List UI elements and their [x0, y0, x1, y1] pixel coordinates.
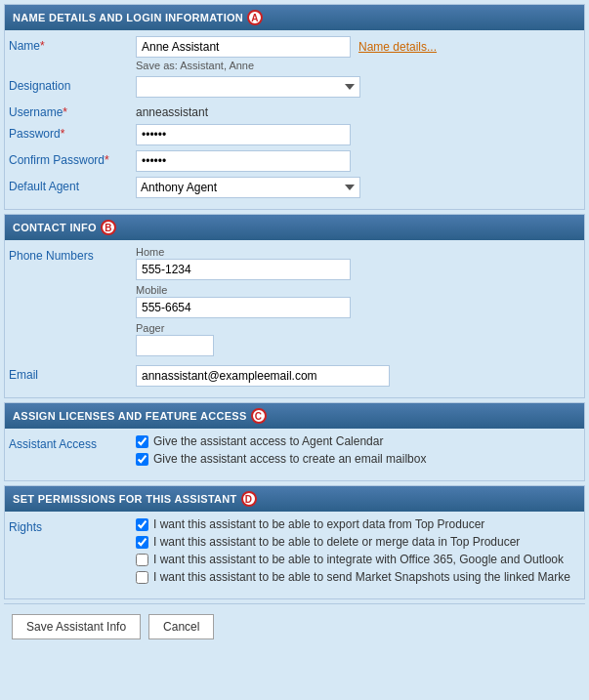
contact-info-header: CONTACT INFO b — [5, 215, 584, 240]
assistant-access-checkboxes: Give the assistant access to Agent Calen… — [136, 434, 580, 470]
right-row-4: I want this assistant to be able to send… — [136, 570, 580, 584]
name-details-link[interactable]: Name details... — [358, 40, 437, 54]
permissions-body: Rights I want this assistant to be able … — [5, 512, 584, 598]
password-label: Password* — [9, 124, 136, 141]
agent-calendar-checkbox[interactable] — [136, 435, 148, 448]
pager-label: Pager — [136, 322, 351, 334]
username-value: anneassistant — [136, 103, 580, 119]
save-as-text: Save as: Assistant, Anne — [136, 60, 580, 71]
rights-label: Rights — [9, 517, 136, 534]
licenses-body: Assistant Access Give the assistant acce… — [5, 429, 584, 480]
designation-label: Designation — [9, 76, 136, 93]
export-data-label: I want this assistant to be able to expo… — [153, 517, 484, 531]
email-mailbox-checkbox[interactable] — [136, 453, 148, 466]
designation-select[interactable] — [136, 76, 360, 98]
name-login-title: NAME DETAILS AND LOGIN INFORMATION — [13, 12, 243, 23]
mobile-phone-input[interactable] — [136, 297, 351, 318]
section-badge-a: a — [247, 10, 263, 25]
office365-checkbox[interactable] — [136, 554, 148, 566]
delete-merge-checkbox[interactable] — [136, 536, 148, 549]
username-row: Username* anneassistant — [9, 103, 580, 119]
contact-info-title: CONTACT INFO — [13, 222, 97, 233]
designation-control — [136, 76, 580, 98]
pager-input[interactable] — [136, 335, 214, 356]
confirm-password-input[interactable] — [136, 150, 351, 172]
office365-label: I want this assistant to be able to inte… — [153, 553, 564, 566]
footer-bar: Save Assistant Info Cancel — [4, 603, 585, 649]
mobile-label: Mobile — [136, 284, 351, 296]
permissions-header: SET PERMISSIONS FOR THIS ASSISTANT d — [5, 486, 584, 512]
name-row: Name* Name details... Save as: Assistant… — [9, 36, 580, 71]
username-label: Username* — [9, 103, 136, 119]
email-label: Email — [9, 365, 136, 382]
email-row: Email — [9, 365, 580, 387]
permissions-title: SET PERMISSIONS FOR THIS ASSISTANT — [13, 493, 237, 505]
section-badge-d: d — [241, 491, 257, 507]
market-snapshots-label: I want this assistant to be able to send… — [153, 570, 570, 584]
home-phone-input[interactable] — [136, 259, 351, 280]
agent-calendar-label: Give the assistant access to Agent Calen… — [153, 434, 383, 448]
confirm-password-row: Confirm Password* — [9, 150, 580, 172]
email-input[interactable] — [136, 365, 390, 387]
confirm-password-control — [136, 150, 580, 172]
password-row: Password* — [9, 124, 580, 145]
export-data-checkbox[interactable] — [136, 518, 148, 531]
name-input-row: Name details... — [136, 36, 580, 58]
checkbox-row-1: Give the assistant access to Agent Calen… — [136, 434, 580, 448]
email-mailbox-label: Give the assistant access to create an e… — [153, 452, 426, 466]
password-control — [136, 124, 580, 145]
name-control-area: Name details... Save as: Assistant, Anne — [136, 36, 580, 71]
name-input[interactable] — [136, 36, 351, 58]
default-agent-control: Anthony Agent — [136, 177, 580, 198]
rights-row: Rights I want this assistant to be able … — [9, 517, 580, 588]
permissions-section: SET PERMISSIONS FOR THIS ASSISTANT d Rig… — [4, 485, 585, 599]
cancel-button[interactable]: Cancel — [148, 614, 214, 639]
section-badge-b: b — [101, 220, 116, 235]
right-row-2: I want this assistant to be able to dele… — [136, 535, 580, 549]
assistant-access-row: Assistant Access Give the assistant acce… — [9, 434, 580, 470]
home-label: Home — [136, 246, 351, 258]
name-login-body: Name* Name details... Save as: Assistant… — [5, 30, 584, 209]
phone-label: Phone Numbers — [9, 246, 136, 263]
phone-row: Phone Numbers Home Mobile Pager — [9, 246, 580, 360]
username-control: anneassistant — [136, 103, 580, 119]
designation-row: Designation — [9, 76, 580, 98]
licenses-header: ASSIGN LICENSES AND FEATURE ACCESS c — [5, 403, 584, 429]
email-control — [136, 365, 580, 387]
name-login-section: NAME DETAILS AND LOGIN INFORMATION a Nam… — [4, 4, 585, 210]
right-row-1: I want this assistant to be able to expo… — [136, 517, 580, 531]
section-badge-c: c — [251, 408, 267, 424]
default-agent-row: Default Agent Anthony Agent — [9, 177, 580, 198]
checkbox-row-2: Give the assistant access to create an e… — [136, 452, 580, 466]
contact-info-section: CONTACT INFO b Phone Numbers Home Mobile… — [4, 214, 585, 398]
assistant-access-label: Assistant Access — [9, 434, 136, 451]
contact-info-body: Phone Numbers Home Mobile Pager Email — [5, 240, 584, 397]
licenses-section: ASSIGN LICENSES AND FEATURE ACCESS c Ass… — [4, 402, 585, 481]
confirm-password-label: Confirm Password* — [9, 150, 136, 167]
default-agent-select[interactable]: Anthony Agent — [136, 177, 360, 198]
password-input[interactable] — [136, 124, 351, 145]
delete-merge-label: I want this assistant to be able to dele… — [153, 535, 520, 549]
default-agent-label: Default Agent — [9, 177, 136, 193]
rights-checkboxes: I want this assistant to be able to expo… — [136, 517, 580, 588]
page-wrapper: NAME DETAILS AND LOGIN INFORMATION a Nam… — [0, 0, 589, 653]
licenses-title: ASSIGN LICENSES AND FEATURE ACCESS — [13, 410, 247, 422]
phone-group: Home Mobile Pager — [136, 246, 351, 360]
name-login-header: NAME DETAILS AND LOGIN INFORMATION a — [5, 5, 584, 30]
save-assistant-button[interactable]: Save Assistant Info — [12, 614, 141, 639]
right-row-3: I want this assistant to be able to inte… — [136, 553, 580, 566]
name-label: Name* — [9, 36, 136, 53]
market-snapshots-checkbox[interactable] — [136, 571, 148, 584]
